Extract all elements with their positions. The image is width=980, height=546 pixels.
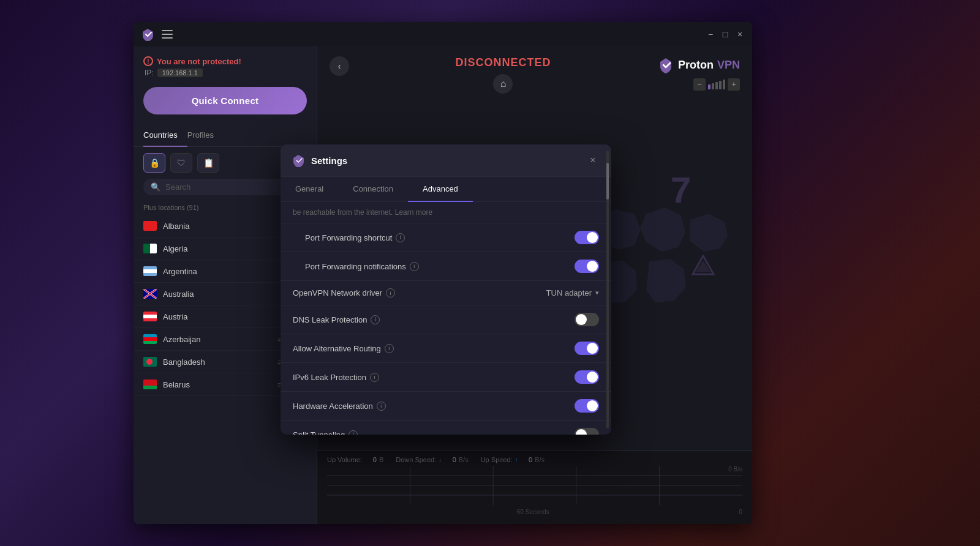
dns-leak-toggle[interactable] [575, 313, 599, 326]
openvpn-driver-dropdown[interactable]: TUN adapter ▾ [546, 288, 599, 297]
alt-routing-label: Allow Alternative Routing i [293, 344, 568, 353]
setting-ipv6-leak: IPv6 Leak Protection i [281, 363, 611, 392]
setting-port-forwarding-notifications: Port Forwarding notifications i [281, 252, 611, 281]
hw-acceleration-info-icon[interactable]: i [377, 402, 386, 411]
scroll-notice: be reachable from the internet. Learn mo… [281, 202, 611, 223]
modal-close-button[interactable]: × [586, 153, 600, 168]
openvpn-driver-value: TUN adapter [546, 288, 592, 297]
settings-title-icon [292, 154, 305, 167]
settings-modal: Settings × General Connection Advanced b… [281, 144, 611, 435]
modal-scrollbar-thumb [606, 163, 609, 200]
openvpn-driver-label: OpenVPN Network driver i [293, 288, 540, 297]
toggle-knob [576, 429, 587, 435]
hw-acceleration-toggle[interactable] [575, 399, 599, 413]
modal-body: be reachable from the internet. Learn mo… [281, 202, 611, 435]
toggle-knob [587, 343, 598, 354]
dns-leak-label: DNS Leak Protection i [293, 315, 568, 324]
app-window: − □ × ! You are not protected! IP: 192.1… [134, 22, 752, 524]
tab-connection[interactable]: Connection [338, 177, 408, 202]
alt-routing-info-icon[interactable]: i [385, 344, 394, 353]
port-forwarding-shortcut-toggle[interactable] [575, 231, 599, 244]
dropdown-arrow-icon: ▾ [595, 289, 599, 297]
port-forwarding-notifications-label: Port Forwarding notifications i [305, 262, 568, 271]
setting-hw-acceleration: Hardware Acceleration i [281, 392, 611, 421]
setting-openvpn-driver: OpenVPN Network driver i TUN adapter ▾ [281, 281, 611, 305]
ipv6-leak-label: IPv6 Leak Protection i [293, 373, 568, 382]
port-forwarding-shortcut-info-icon[interactable]: i [396, 233, 405, 242]
port-forwarding-notifications-toggle[interactable] [575, 260, 599, 273]
ipv6-leak-info-icon[interactable]: i [370, 373, 379, 382]
openvpn-driver-info-icon[interactable]: i [386, 288, 395, 297]
split-tunneling-toggle[interactable] [575, 428, 599, 435]
modal-tabs: General Connection Advanced [281, 177, 611, 202]
modal-title-text: Settings [311, 155, 347, 166]
tab-general[interactable]: General [281, 177, 338, 202]
tab-advanced[interactable]: Advanced [408, 177, 473, 202]
modal-scrollbar[interactable] [606, 151, 609, 428]
setting-alt-routing: Allow Alternative Routing i [281, 334, 611, 363]
setting-dns-leak: DNS Leak Protection i [281, 305, 611, 334]
hw-acceleration-label: Hardware Acceleration i [293, 402, 568, 411]
split-tunneling-info-icon[interactable]: i [349, 430, 358, 435]
toggle-knob [576, 314, 587, 325]
modal-header: Settings × [281, 144, 611, 177]
setting-split-tunneling: Split Tunneling i [281, 421, 611, 435]
setting-port-forwarding-shortcut: Port Forwarding shortcut i [281, 223, 611, 252]
split-tunneling-label: Split Tunneling i [293, 430, 568, 435]
toggle-knob [587, 261, 598, 272]
toggle-knob [587, 400, 598, 411]
port-forwarding-notifications-info-icon[interactable]: i [410, 262, 419, 271]
toggle-knob [587, 232, 598, 243]
alt-routing-toggle[interactable] [575, 342, 599, 355]
dns-leak-info-icon[interactable]: i [371, 315, 380, 324]
modal-title: Settings [292, 154, 347, 167]
modal-overlay: Settings × General Connection Advanced b… [134, 22, 752, 524]
port-forwarding-shortcut-label: Port Forwarding shortcut i [305, 233, 568, 242]
toggle-knob [587, 372, 598, 383]
ipv6-leak-toggle[interactable] [575, 370, 599, 384]
